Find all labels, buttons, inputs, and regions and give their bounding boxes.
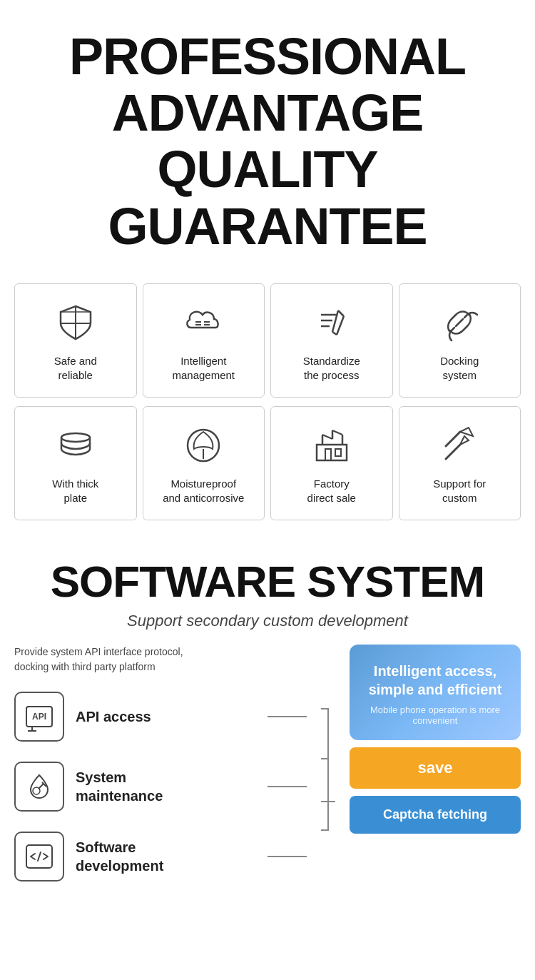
- droplet-wrench-icon: [14, 762, 64, 812]
- software-title: SOFTWARE SYSTEM: [14, 557, 521, 606]
- layers-icon: [53, 423, 98, 468]
- captcha-button[interactable]: Captcha fetching: [350, 796, 521, 834]
- software-subtitle: Support secondary custom development: [14, 612, 521, 630]
- software-right: Intelligent access,simple and efficient …: [350, 645, 521, 834]
- svg-text:API: API: [32, 712, 46, 722]
- cloud-settings-icon: [180, 300, 226, 345]
- api-access-item: API API access: [14, 692, 307, 742]
- features-row-2: With thickplate Moistureproofand anticor…: [14, 406, 521, 520]
- feature-thick-plate: With thickplate: [14, 406, 137, 520]
- bracket-connector: [321, 687, 335, 919]
- svg-line-10: [332, 332, 337, 335]
- factory-direct-label: Factorydirect sale: [307, 477, 356, 505]
- standardize-process-label: Standardizethe process: [303, 354, 360, 382]
- code-icon: [14, 832, 64, 882]
- svg-line-8: [338, 310, 344, 316]
- feature-intelligent-management: Intelligentmanagement: [143, 283, 265, 398]
- svg-line-24: [446, 445, 460, 459]
- edit-tools-icon: [437, 423, 482, 468]
- docking-system-label: Dockingsystem: [440, 354, 479, 382]
- factory-icon: [309, 423, 355, 468]
- header-title: PROFESSIONAL ADVANTAGE QUALITY GUARANTEE: [14, 29, 521, 255]
- software-section: SOFTWARE SYSTEM Support secondary custom…: [0, 536, 535, 933]
- feature-factory-direct: Factorydirect sale: [270, 406, 393, 520]
- svg-line-26: [446, 432, 460, 446]
- svg-point-13: [61, 433, 90, 442]
- feature-standardize-process: Standardizethe process: [270, 283, 393, 398]
- features-section: Safe andreliable Intelligentmanagement: [0, 276, 535, 536]
- link-icon: [437, 300, 482, 345]
- header-section: PROFESSIONAL ADVANTAGE QUALITY GUARANTEE: [0, 0, 535, 276]
- software-left: Provide system API interface protocol,do…: [14, 645, 307, 901]
- pen-ruler-icon: [309, 300, 355, 345]
- shield-leaf-icon: [180, 423, 226, 468]
- svg-line-32: [39, 784, 44, 789]
- support-custom-label: Support forcustom: [433, 477, 486, 505]
- svg-rect-18: [335, 449, 341, 456]
- moistureproof-label: Moistureproofand anticorrosive: [163, 477, 244, 505]
- svg-line-22: [332, 430, 342, 435]
- svg-line-11: [332, 310, 338, 332]
- phone-card-main: Intelligent access,simple and efficient: [361, 662, 509, 699]
- system-maintenance-item: Systemmaintenance: [14, 762, 307, 812]
- software-description: Provide system API interface protocol,do…: [14, 645, 307, 675]
- software-development-item: Softwaredevelopment: [14, 832, 307, 882]
- svg-line-9: [337, 316, 344, 335]
- api-icon: API: [14, 692, 64, 742]
- phone-card-sub: Mobile phone operation is moreconvenient: [361, 704, 509, 726]
- svg-line-20: [322, 435, 332, 439]
- api-access-label: API access: [76, 707, 151, 726]
- system-maintenance-label: Systemmaintenance: [76, 768, 163, 805]
- feature-support-custom: Support forcustom: [399, 406, 521, 520]
- thick-plate-label: With thickplate: [52, 477, 98, 505]
- intelligent-management-label: Intelligentmanagement: [172, 354, 235, 382]
- feature-docking-system: Dockingsystem: [399, 283, 521, 398]
- features-row-1: Safe andreliable Intelligentmanagement: [14, 283, 521, 398]
- svg-line-12: [456, 319, 463, 326]
- feature-safe-reliable: Safe andreliable: [14, 283, 137, 398]
- software-development-label: Softwaredevelopment: [76, 838, 163, 875]
- safe-reliable-label: Safe andreliable: [54, 354, 97, 382]
- shield-icon: [53, 300, 98, 345]
- svg-line-35: [38, 852, 41, 861]
- feature-moistureproof: Moistureproofand anticorrosive: [143, 406, 265, 520]
- svg-rect-17: [325, 449, 331, 460]
- phone-card: Intelligent access,simple and efficient …: [350, 645, 521, 740]
- software-body: Provide system API interface protocol,do…: [14, 645, 521, 919]
- save-button[interactable]: save: [350, 747, 521, 789]
